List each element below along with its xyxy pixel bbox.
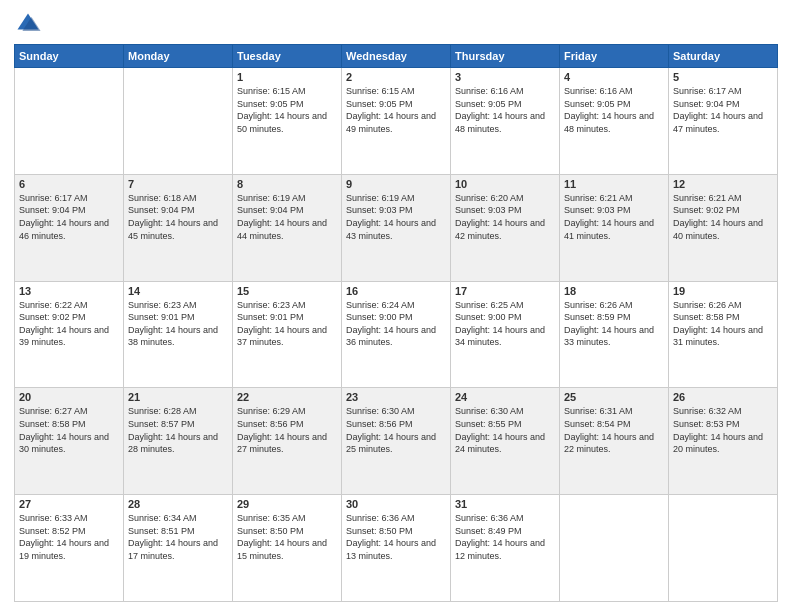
calendar-cell: 28Sunrise: 6:34 AM Sunset: 8:51 PM Dayli…	[124, 495, 233, 602]
day-number: 13	[19, 285, 119, 297]
day-info: Sunrise: 6:16 AM Sunset: 9:05 PM Dayligh…	[564, 85, 664, 135]
calendar-cell: 12Sunrise: 6:21 AM Sunset: 9:02 PM Dayli…	[669, 174, 778, 281]
calendar-cell: 26Sunrise: 6:32 AM Sunset: 8:53 PM Dayli…	[669, 388, 778, 495]
day-info: Sunrise: 6:23 AM Sunset: 9:01 PM Dayligh…	[128, 299, 228, 349]
day-number: 8	[237, 178, 337, 190]
calendar-week-row: 6Sunrise: 6:17 AM Sunset: 9:04 PM Daylig…	[15, 174, 778, 281]
day-number: 26	[673, 391, 773, 403]
day-number: 22	[237, 391, 337, 403]
day-info: Sunrise: 6:33 AM Sunset: 8:52 PM Dayligh…	[19, 512, 119, 562]
calendar-cell: 8Sunrise: 6:19 AM Sunset: 9:04 PM Daylig…	[233, 174, 342, 281]
weekday-header: Thursday	[451, 45, 560, 68]
day-number: 9	[346, 178, 446, 190]
calendar: SundayMondayTuesdayWednesdayThursdayFrid…	[14, 44, 778, 602]
day-info: Sunrise: 6:25 AM Sunset: 9:00 PM Dayligh…	[455, 299, 555, 349]
day-info: Sunrise: 6:22 AM Sunset: 9:02 PM Dayligh…	[19, 299, 119, 349]
calendar-cell: 14Sunrise: 6:23 AM Sunset: 9:01 PM Dayli…	[124, 281, 233, 388]
calendar-cell: 23Sunrise: 6:30 AM Sunset: 8:56 PM Dayli…	[342, 388, 451, 495]
day-number: 16	[346, 285, 446, 297]
day-number: 4	[564, 71, 664, 83]
day-info: Sunrise: 6:24 AM Sunset: 9:00 PM Dayligh…	[346, 299, 446, 349]
day-number: 6	[19, 178, 119, 190]
calendar-cell: 30Sunrise: 6:36 AM Sunset: 8:50 PM Dayli…	[342, 495, 451, 602]
calendar-week-row: 1Sunrise: 6:15 AM Sunset: 9:05 PM Daylig…	[15, 68, 778, 175]
calendar-cell: 15Sunrise: 6:23 AM Sunset: 9:01 PM Dayli…	[233, 281, 342, 388]
day-info: Sunrise: 6:34 AM Sunset: 8:51 PM Dayligh…	[128, 512, 228, 562]
day-number: 23	[346, 391, 446, 403]
day-info: Sunrise: 6:20 AM Sunset: 9:03 PM Dayligh…	[455, 192, 555, 242]
calendar-cell	[124, 68, 233, 175]
day-info: Sunrise: 6:26 AM Sunset: 8:59 PM Dayligh…	[564, 299, 664, 349]
calendar-cell: 6Sunrise: 6:17 AM Sunset: 9:04 PM Daylig…	[15, 174, 124, 281]
day-info: Sunrise: 6:27 AM Sunset: 8:58 PM Dayligh…	[19, 405, 119, 455]
weekday-header: Sunday	[15, 45, 124, 68]
day-info: Sunrise: 6:21 AM Sunset: 9:03 PM Dayligh…	[564, 192, 664, 242]
day-info: Sunrise: 6:15 AM Sunset: 9:05 PM Dayligh…	[346, 85, 446, 135]
day-info: Sunrise: 6:23 AM Sunset: 9:01 PM Dayligh…	[237, 299, 337, 349]
day-info: Sunrise: 6:29 AM Sunset: 8:56 PM Dayligh…	[237, 405, 337, 455]
day-number: 20	[19, 391, 119, 403]
calendar-cell: 22Sunrise: 6:29 AM Sunset: 8:56 PM Dayli…	[233, 388, 342, 495]
day-number: 2	[346, 71, 446, 83]
day-info: Sunrise: 6:28 AM Sunset: 8:57 PM Dayligh…	[128, 405, 228, 455]
weekday-header: Wednesday	[342, 45, 451, 68]
calendar-cell: 11Sunrise: 6:21 AM Sunset: 9:03 PM Dayli…	[560, 174, 669, 281]
day-info: Sunrise: 6:36 AM Sunset: 8:49 PM Dayligh…	[455, 512, 555, 562]
calendar-cell: 2Sunrise: 6:15 AM Sunset: 9:05 PM Daylig…	[342, 68, 451, 175]
day-number: 10	[455, 178, 555, 190]
calendar-cell: 31Sunrise: 6:36 AM Sunset: 8:49 PM Dayli…	[451, 495, 560, 602]
calendar-cell: 1Sunrise: 6:15 AM Sunset: 9:05 PM Daylig…	[233, 68, 342, 175]
day-number: 19	[673, 285, 773, 297]
calendar-cell: 16Sunrise: 6:24 AM Sunset: 9:00 PM Dayli…	[342, 281, 451, 388]
calendar-cell: 9Sunrise: 6:19 AM Sunset: 9:03 PM Daylig…	[342, 174, 451, 281]
calendar-cell: 7Sunrise: 6:18 AM Sunset: 9:04 PM Daylig…	[124, 174, 233, 281]
day-info: Sunrise: 6:18 AM Sunset: 9:04 PM Dayligh…	[128, 192, 228, 242]
day-number: 25	[564, 391, 664, 403]
day-number: 3	[455, 71, 555, 83]
day-number: 24	[455, 391, 555, 403]
day-info: Sunrise: 6:17 AM Sunset: 9:04 PM Dayligh…	[19, 192, 119, 242]
calendar-cell	[669, 495, 778, 602]
weekday-header: Monday	[124, 45, 233, 68]
weekday-header: Friday	[560, 45, 669, 68]
calendar-cell: 5Sunrise: 6:17 AM Sunset: 9:04 PM Daylig…	[669, 68, 778, 175]
day-number: 7	[128, 178, 228, 190]
calendar-week-row: 20Sunrise: 6:27 AM Sunset: 8:58 PM Dayli…	[15, 388, 778, 495]
calendar-cell: 19Sunrise: 6:26 AM Sunset: 8:58 PM Dayli…	[669, 281, 778, 388]
header-row: SundayMondayTuesdayWednesdayThursdayFrid…	[15, 45, 778, 68]
calendar-cell: 25Sunrise: 6:31 AM Sunset: 8:54 PM Dayli…	[560, 388, 669, 495]
page: SundayMondayTuesdayWednesdayThursdayFrid…	[0, 0, 792, 612]
day-info: Sunrise: 6:36 AM Sunset: 8:50 PM Dayligh…	[346, 512, 446, 562]
day-number: 18	[564, 285, 664, 297]
calendar-cell: 18Sunrise: 6:26 AM Sunset: 8:59 PM Dayli…	[560, 281, 669, 388]
calendar-week-row: 27Sunrise: 6:33 AM Sunset: 8:52 PM Dayli…	[15, 495, 778, 602]
calendar-cell: 17Sunrise: 6:25 AM Sunset: 9:00 PM Dayli…	[451, 281, 560, 388]
weekday-header: Saturday	[669, 45, 778, 68]
calendar-cell: 20Sunrise: 6:27 AM Sunset: 8:58 PM Dayli…	[15, 388, 124, 495]
day-info: Sunrise: 6:16 AM Sunset: 9:05 PM Dayligh…	[455, 85, 555, 135]
calendar-week-row: 13Sunrise: 6:22 AM Sunset: 9:02 PM Dayli…	[15, 281, 778, 388]
weekday-header: Tuesday	[233, 45, 342, 68]
calendar-cell	[560, 495, 669, 602]
day-number: 5	[673, 71, 773, 83]
day-number: 17	[455, 285, 555, 297]
day-info: Sunrise: 6:30 AM Sunset: 8:55 PM Dayligh…	[455, 405, 555, 455]
day-info: Sunrise: 6:30 AM Sunset: 8:56 PM Dayligh…	[346, 405, 446, 455]
day-number: 29	[237, 498, 337, 510]
day-info: Sunrise: 6:31 AM Sunset: 8:54 PM Dayligh…	[564, 405, 664, 455]
day-number: 28	[128, 498, 228, 510]
calendar-cell: 21Sunrise: 6:28 AM Sunset: 8:57 PM Dayli…	[124, 388, 233, 495]
day-number: 31	[455, 498, 555, 510]
day-number: 1	[237, 71, 337, 83]
logo	[14, 10, 46, 38]
calendar-cell: 29Sunrise: 6:35 AM Sunset: 8:50 PM Dayli…	[233, 495, 342, 602]
calendar-cell: 27Sunrise: 6:33 AM Sunset: 8:52 PM Dayli…	[15, 495, 124, 602]
day-info: Sunrise: 6:19 AM Sunset: 9:03 PM Dayligh…	[346, 192, 446, 242]
day-info: Sunrise: 6:35 AM Sunset: 8:50 PM Dayligh…	[237, 512, 337, 562]
day-number: 11	[564, 178, 664, 190]
calendar-cell: 4Sunrise: 6:16 AM Sunset: 9:05 PM Daylig…	[560, 68, 669, 175]
day-info: Sunrise: 6:32 AM Sunset: 8:53 PM Dayligh…	[673, 405, 773, 455]
calendar-cell: 24Sunrise: 6:30 AM Sunset: 8:55 PM Dayli…	[451, 388, 560, 495]
day-info: Sunrise: 6:15 AM Sunset: 9:05 PM Dayligh…	[237, 85, 337, 135]
day-number: 30	[346, 498, 446, 510]
